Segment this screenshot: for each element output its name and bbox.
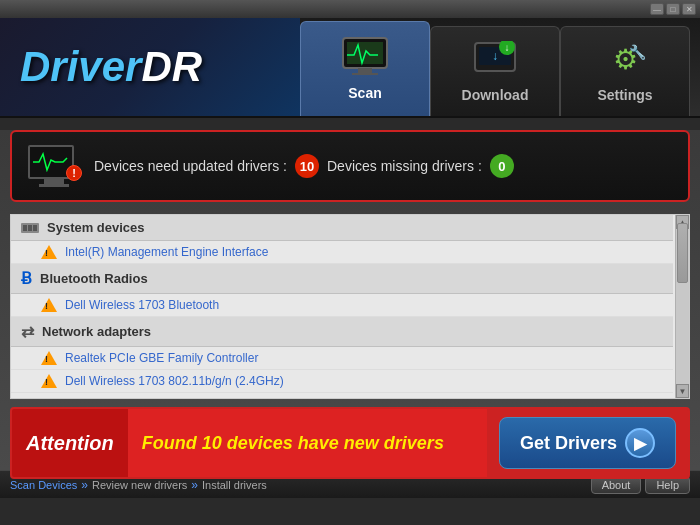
settings-tab-icon: ⚙ 🔧 — [605, 41, 645, 81]
device-item-realtek: Realtek PCIe GBE Family Controller — [11, 347, 673, 370]
attention-bar: Attention Found 10 devices have new driv… — [10, 407, 690, 479]
network-label: Network adapters — [42, 324, 151, 339]
status-bar: ! Devices need updated drivers : 10 Devi… — [10, 130, 690, 202]
warning-icon-intel — [41, 245, 57, 259]
footer-breadcrumbs: Scan Devices » Review new drivers » Inst… — [10, 478, 267, 492]
system-devices-label: System devices — [47, 220, 145, 235]
bluetooth-label: Bluetooth Radios — [40, 271, 148, 286]
device-item-dell-wifi: Dell Wireless 1703 802.11b/g/n (2.4GHz) — [11, 370, 673, 393]
device-list-inner[interactable]: System devices Intel(R) Management Engin… — [11, 215, 689, 398]
attention-label: Attention — [12, 409, 128, 477]
warning-icon-dell-wifi — [41, 374, 57, 388]
maximize-button[interactable]: □ — [666, 3, 680, 15]
tab-settings[interactable]: ⚙ 🔧 Settings — [560, 26, 690, 116]
svg-rect-2 — [358, 68, 372, 73]
svg-rect-12 — [23, 225, 27, 231]
logo-area: DriverDR — [0, 18, 300, 116]
device-item-dell-bt: Dell Wireless 1703 Bluetooth — [11, 294, 673, 317]
get-drivers-button[interactable]: Get Drivers ▶ — [499, 417, 676, 469]
scan-tab-icon — [342, 37, 388, 79]
scan-tab-label: Scan — [348, 85, 381, 101]
settings-tab-label: Settings — [597, 87, 652, 103]
update-count-badge: 10 — [295, 154, 319, 178]
status-error-badge: ! — [66, 165, 82, 181]
breadcrumb-scan-devices: Scan Devices — [10, 479, 77, 491]
category-system-devices: System devices — [11, 215, 673, 241]
nav-tabs: Scan ↓ ↓ Download ⚙ 🔧 — [300, 18, 700, 116]
header: DriverDR Scan ↓ — [0, 18, 700, 118]
breadcrumb: Scan Devices » Review new drivers » Inst… — [10, 478, 267, 492]
svg-text:🔧: 🔧 — [629, 44, 646, 61]
tab-scan[interactable]: Scan — [300, 21, 430, 116]
app-logo: DriverDR — [20, 43, 202, 91]
bluetooth-icon: Ƀ — [21, 269, 32, 288]
svg-rect-13 — [28, 225, 32, 231]
dell-wifi-link[interactable]: Dell Wireless 1703 802.11b/g/n (2.4GHz) — [65, 374, 284, 388]
minimize-button[interactable]: — — [650, 3, 664, 15]
download-tab-label: Download — [462, 87, 529, 103]
svg-text:↓: ↓ — [492, 49, 498, 63]
svg-rect-3 — [352, 73, 378, 75]
attention-message: Found 10 devices have new drivers — [128, 409, 487, 477]
need-update-label: Devices need updated drivers : — [94, 158, 287, 174]
breadcrumb-sep-1: » — [81, 478, 88, 492]
network-icon: ⇄ — [21, 322, 34, 341]
main-content: ! Devices need updated drivers : 10 Devi… — [0, 130, 700, 470]
logo-driver: Driver — [20, 43, 141, 90]
breadcrumb-sep-2: » — [191, 478, 198, 492]
dell-bt-link[interactable]: Dell Wireless 1703 Bluetooth — [65, 298, 219, 312]
device-list-scrollbar[interactable]: ▲ ▼ — [675, 215, 689, 398]
category-bluetooth: Ƀ Bluetooth Radios — [11, 264, 673, 294]
breadcrumb-install: Install drivers — [202, 479, 267, 491]
realtek-link[interactable]: Realtek PCIe GBE Family Controller — [65, 351, 258, 365]
scrollbar-down-button[interactable]: ▼ — [676, 384, 689, 398]
missing-count-badge: 0 — [490, 154, 514, 178]
get-drivers-arrow-icon: ▶ — [625, 428, 655, 458]
logo-dr: DR — [141, 43, 202, 90]
status-monitor-icon: ! — [28, 145, 80, 187]
status-info: Devices need updated drivers : 10 Device… — [94, 154, 514, 178]
tab-download[interactable]: ↓ ↓ Download — [430, 26, 560, 116]
title-bar: — □ ✕ — [0, 0, 700, 18]
device-list: System devices Intel(R) Management Engin… — [10, 214, 690, 399]
warning-icon-realtek — [41, 351, 57, 365]
breadcrumb-review: Review new drivers — [92, 479, 187, 491]
scrollbar-thumb[interactable] — [677, 223, 688, 283]
missing-label: Devices missing drivers : — [327, 158, 482, 174]
get-drivers-label: Get Drivers — [520, 433, 617, 454]
download-tab-icon: ↓ ↓ — [473, 41, 517, 81]
intel-device-link[interactable]: Intel(R) Management Engine Interface — [65, 245, 268, 259]
warning-icon-dell-bt — [41, 298, 57, 312]
svg-rect-14 — [33, 225, 37, 231]
category-network: ⇄ Network adapters — [11, 317, 673, 347]
device-item-intel: Intel(R) Management Engine Interface — [11, 241, 673, 264]
close-button[interactable]: ✕ — [682, 3, 696, 15]
svg-text:↓: ↓ — [505, 42, 510, 53]
